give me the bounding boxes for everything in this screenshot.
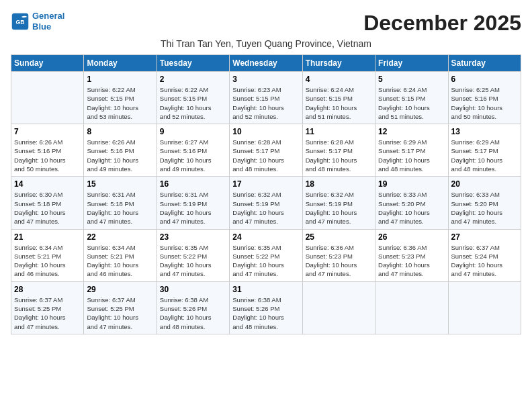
day-number: 29 <box>87 285 153 294</box>
month-title: December 2025 <box>363 11 521 36</box>
day-header-wednesday: Wednesday <box>230 55 302 72</box>
calendar-cell: 20Sunrise: 6:33 AMSunset: 5:20 PMDayligh… <box>448 177 521 229</box>
day-number: 30 <box>160 285 226 294</box>
calendar-cell: 4Sunrise: 6:24 AMSunset: 5:15 PMDaylight… <box>302 72 375 124</box>
day-info: Sunrise: 6:28 AMSunset: 5:17 PMDaylight:… <box>306 138 372 173</box>
subtitle: Thi Tran Tan Yen, Tuyen Quang Province, … <box>11 38 521 49</box>
day-number: 9 <box>160 127 226 136</box>
day-info: Sunrise: 6:30 AMSunset: 5:18 PMDaylight:… <box>14 190 81 226</box>
day-number: 22 <box>87 232 153 242</box>
day-info: Sunrise: 6:33 AMSunset: 5:20 PMDaylight:… <box>378 190 445 226</box>
day-info: Sunrise: 6:27 AMSunset: 5:16 PMDaylight:… <box>160 138 226 173</box>
day-info: Sunrise: 6:35 AMSunset: 5:22 PMDaylight:… <box>232 243 299 279</box>
day-number: 21 <box>14 232 81 242</box>
day-info: Sunrise: 6:35 AMSunset: 5:22 PMDaylight:… <box>160 243 226 279</box>
day-number: 11 <box>306 127 372 136</box>
calendar-cell <box>448 281 521 334</box>
day-header-saturday: Saturday <box>448 55 521 72</box>
day-number: 25 <box>306 232 372 242</box>
day-header-tuesday: Tuesday <box>157 55 229 72</box>
day-number: 5 <box>378 75 445 84</box>
day-info: Sunrise: 6:23 AMSunset: 5:15 PMDaylight:… <box>232 85 299 121</box>
day-number: 1 <box>87 75 153 84</box>
logo-line2: Blue <box>32 21 51 32</box>
calendar-cell: 24Sunrise: 6:35 AMSunset: 5:22 PMDayligh… <box>230 229 302 281</box>
day-info: Sunrise: 6:37 AMSunset: 5:25 PMDaylight:… <box>14 295 81 331</box>
day-info: Sunrise: 6:34 AMSunset: 5:21 PMDaylight:… <box>14 243 81 279</box>
day-number: 17 <box>232 179 299 189</box>
day-number: 15 <box>87 179 153 189</box>
day-info: Sunrise: 6:26 AMSunset: 5:16 PMDaylight:… <box>14 138 81 173</box>
calendar-cell: 27Sunrise: 6:37 AMSunset: 5:24 PMDayligh… <box>448 229 521 281</box>
calendar-cell: 12Sunrise: 6:29 AMSunset: 5:17 PMDayligh… <box>375 124 448 177</box>
day-number: 10 <box>232 127 299 136</box>
logo-icon: GB <box>11 12 30 31</box>
day-header-friday: Friday <box>375 55 448 72</box>
day-number: 4 <box>306 75 372 84</box>
day-header-monday: Monday <box>84 55 157 72</box>
calendar-week-1: 1Sunrise: 6:22 AMSunset: 5:15 PMDaylight… <box>11 72 521 124</box>
day-info: Sunrise: 6:26 AMSunset: 5:16 PMDaylight:… <box>87 138 153 173</box>
day-header-thursday: Thursday <box>302 55 375 72</box>
day-info: Sunrise: 6:32 AMSunset: 5:19 PMDaylight:… <box>306 190 372 226</box>
calendar-table: SundayMondayTuesdayWednesdayThursdayFrid… <box>11 54 521 334</box>
day-info: Sunrise: 6:36 AMSunset: 5:23 PMDaylight:… <box>378 243 445 279</box>
calendar-cell: 17Sunrise: 6:32 AMSunset: 5:19 PMDayligh… <box>230 177 302 229</box>
calendar-cell: 1Sunrise: 6:22 AMSunset: 5:15 PMDaylight… <box>84 72 157 124</box>
logo: GB General Blue <box>11 11 64 32</box>
day-info: Sunrise: 6:38 AMSunset: 5:26 PMDaylight:… <box>232 295 299 331</box>
calendar-cell: 30Sunrise: 6:38 AMSunset: 5:26 PMDayligh… <box>157 281 229 334</box>
calendar-cell: 26Sunrise: 6:36 AMSunset: 5:23 PMDayligh… <box>375 229 448 281</box>
day-info: Sunrise: 6:31 AMSunset: 5:18 PMDaylight:… <box>87 190 153 226</box>
calendar-cell: 28Sunrise: 6:37 AMSunset: 5:25 PMDayligh… <box>11 281 84 334</box>
calendar-body: 1Sunrise: 6:22 AMSunset: 5:15 PMDaylight… <box>11 72 521 334</box>
day-info: Sunrise: 6:24 AMSunset: 5:15 PMDaylight:… <box>378 85 445 121</box>
day-number: 14 <box>14 179 81 189</box>
day-number: 6 <box>451 75 518 84</box>
calendar-cell: 9Sunrise: 6:27 AMSunset: 5:16 PMDaylight… <box>157 124 229 177</box>
calendar-cell: 10Sunrise: 6:28 AMSunset: 5:17 PMDayligh… <box>230 124 302 177</box>
day-number: 16 <box>160 179 226 189</box>
day-number: 13 <box>451 127 518 136</box>
calendar-cell: 22Sunrise: 6:34 AMSunset: 5:21 PMDayligh… <box>84 229 157 281</box>
calendar-cell: 23Sunrise: 6:35 AMSunset: 5:22 PMDayligh… <box>157 229 229 281</box>
calendar-cell: 18Sunrise: 6:32 AMSunset: 5:19 PMDayligh… <box>302 177 375 229</box>
day-info: Sunrise: 6:24 AMSunset: 5:15 PMDaylight:… <box>306 85 372 121</box>
day-number: 20 <box>451 179 518 189</box>
day-info: Sunrise: 6:25 AMSunset: 5:16 PMDaylight:… <box>451 85 518 121</box>
day-number: 7 <box>14 127 81 136</box>
logo-line1: General <box>32 11 64 21</box>
calendar-cell <box>302 281 375 334</box>
calendar-cell: 21Sunrise: 6:34 AMSunset: 5:21 PMDayligh… <box>11 229 84 281</box>
svg-text:GB: GB <box>15 18 24 25</box>
day-number: 23 <box>160 232 226 242</box>
day-number: 3 <box>232 75 299 84</box>
calendar-cell: 15Sunrise: 6:31 AMSunset: 5:18 PMDayligh… <box>84 177 157 229</box>
day-info: Sunrise: 6:32 AMSunset: 5:19 PMDaylight:… <box>232 190 299 226</box>
day-number: 24 <box>232 232 299 242</box>
calendar-week-3: 14Sunrise: 6:30 AMSunset: 5:18 PMDayligh… <box>11 177 521 229</box>
calendar-cell: 2Sunrise: 6:22 AMSunset: 5:15 PMDaylight… <box>157 72 229 124</box>
logo-text: General Blue <box>32 11 64 32</box>
day-info: Sunrise: 6:37 AMSunset: 5:25 PMDaylight:… <box>87 295 153 331</box>
day-number: 18 <box>306 179 372 189</box>
calendar-cell: 13Sunrise: 6:29 AMSunset: 5:17 PMDayligh… <box>448 124 521 177</box>
day-number: 27 <box>451 232 518 242</box>
calendar-cell: 14Sunrise: 6:30 AMSunset: 5:18 PMDayligh… <box>11 177 84 229</box>
day-info: Sunrise: 6:33 AMSunset: 5:20 PMDaylight:… <box>451 190 518 226</box>
calendar-cell: 11Sunrise: 6:28 AMSunset: 5:17 PMDayligh… <box>302 124 375 177</box>
day-info: Sunrise: 6:29 AMSunset: 5:17 PMDaylight:… <box>378 138 445 173</box>
day-number: 28 <box>14 285 81 294</box>
calendar-cell: 5Sunrise: 6:24 AMSunset: 5:15 PMDaylight… <box>375 72 448 124</box>
calendar-cell: 31Sunrise: 6:38 AMSunset: 5:26 PMDayligh… <box>230 281 302 334</box>
day-info: Sunrise: 6:37 AMSunset: 5:24 PMDaylight:… <box>451 243 518 279</box>
calendar-week-5: 28Sunrise: 6:37 AMSunset: 5:25 PMDayligh… <box>11 281 521 334</box>
day-number: 2 <box>160 75 226 84</box>
calendar-cell: 6Sunrise: 6:25 AMSunset: 5:16 PMDaylight… <box>448 72 521 124</box>
calendar-cell: 25Sunrise: 6:36 AMSunset: 5:23 PMDayligh… <box>302 229 375 281</box>
day-info: Sunrise: 6:38 AMSunset: 5:26 PMDaylight:… <box>160 295 226 331</box>
calendar-week-2: 7Sunrise: 6:26 AMSunset: 5:16 PMDaylight… <box>11 124 521 177</box>
day-info: Sunrise: 6:22 AMSunset: 5:15 PMDaylight:… <box>87 85 153 121</box>
day-info: Sunrise: 6:28 AMSunset: 5:17 PMDaylight:… <box>232 138 299 173</box>
calendar-cell: 19Sunrise: 6:33 AMSunset: 5:20 PMDayligh… <box>375 177 448 229</box>
